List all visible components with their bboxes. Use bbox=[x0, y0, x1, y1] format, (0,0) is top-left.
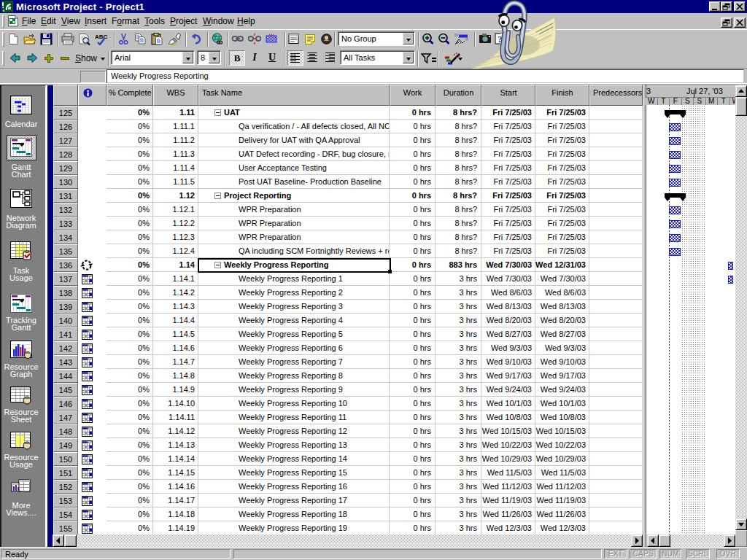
svg-text:ABC: ABC bbox=[95, 34, 108, 40]
